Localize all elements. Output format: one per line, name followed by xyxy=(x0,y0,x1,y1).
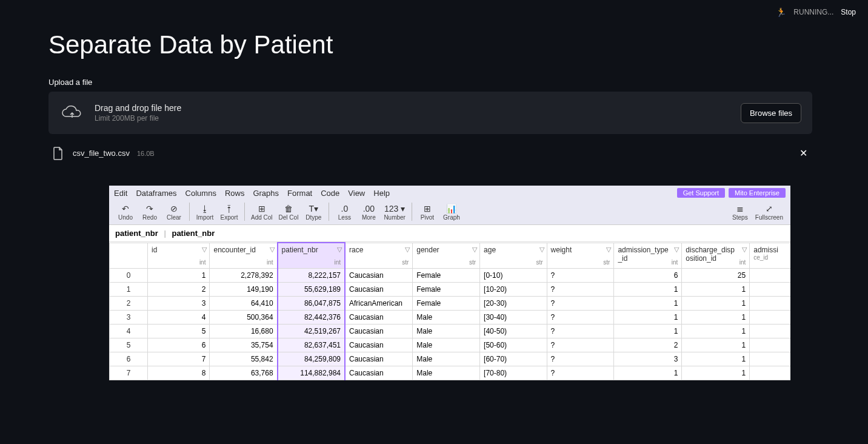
cell[interactable]: 1 xyxy=(682,310,750,324)
cell[interactable]: 1 xyxy=(682,352,750,366)
column-header-weight[interactable]: weight▽str xyxy=(547,243,614,268)
column-header-gender[interactable]: gender▽str xyxy=(413,243,480,268)
cell[interactable]: 5 xyxy=(148,324,210,338)
row-index[interactable]: 3 xyxy=(110,310,148,324)
stop-button[interactable]: Stop xyxy=(841,8,856,16)
toolbar-steps[interactable]: ≣Steps xyxy=(729,203,752,221)
cell[interactable]: Caucasian xyxy=(345,310,413,324)
cell[interactable] xyxy=(750,324,790,338)
cell[interactable]: ? xyxy=(547,324,614,338)
row-index[interactable]: 0 xyxy=(110,268,148,282)
menu-edit[interactable]: Edit xyxy=(114,189,127,198)
row-index[interactable]: 1 xyxy=(110,282,148,296)
cell[interactable]: ? xyxy=(547,268,614,282)
pill-get-support[interactable]: Get Support xyxy=(677,188,725,198)
cell[interactable]: Female xyxy=(413,268,480,282)
cell[interactable]: [10-20) xyxy=(480,282,547,296)
cell[interactable]: ? xyxy=(547,366,614,380)
menu-help[interactable]: Help xyxy=(373,189,390,198)
column-header-encounter_id[interactable]: encounter_id▽int xyxy=(210,243,278,268)
cell[interactable]: Caucasian xyxy=(345,268,413,282)
cell[interactable]: 42,519,267 xyxy=(278,324,345,338)
cell[interactable]: ? xyxy=(547,296,614,310)
cell[interactable]: 7 xyxy=(148,352,210,366)
remove-file-button[interactable]: ✕ xyxy=(797,145,810,161)
cell[interactable]: Male xyxy=(413,324,480,338)
cell[interactable]: 64,410 xyxy=(210,296,278,310)
toolbar-number[interactable]: 123 ▾Number xyxy=(381,203,408,221)
cell[interactable] xyxy=(750,282,790,296)
row-index[interactable]: 4 xyxy=(110,324,148,338)
cell[interactable] xyxy=(750,338,790,352)
cell[interactable]: 1 xyxy=(614,366,682,380)
cell[interactable]: 6 xyxy=(148,338,210,352)
toolbar-fullscreen[interactable]: ⤢Fullscreen xyxy=(753,203,786,221)
cell[interactable]: 3 xyxy=(614,352,682,366)
cell[interactable] xyxy=(750,366,790,380)
toolbar-undo[interactable]: ↶Undo xyxy=(114,203,137,221)
cell[interactable]: 82,637,451 xyxy=(278,338,345,352)
cell[interactable]: 16,680 xyxy=(210,324,278,338)
cell[interactable]: Male xyxy=(413,310,480,324)
cell[interactable]: 149,190 xyxy=(210,282,278,296)
cell[interactable]: 1 xyxy=(682,324,750,338)
toolbar-pivot[interactable]: ⊞Pivot xyxy=(416,203,439,221)
menu-format[interactable]: Format xyxy=(287,189,312,198)
cell[interactable]: 8,222,157 xyxy=(278,268,345,282)
cell[interactable]: [20-30) xyxy=(480,296,547,310)
cell[interactable]: [70-80) xyxy=(480,366,547,380)
browse-files-button[interactable]: Browse files xyxy=(741,103,801,123)
filter-icon[interactable]: ▽ xyxy=(202,246,207,254)
column-header-admission_type_id[interactable]: admission_type_id▽int xyxy=(614,243,682,268)
toolbar-redo[interactable]: ↷Redo xyxy=(138,203,161,221)
cell[interactable]: ? xyxy=(547,282,614,296)
cell[interactable]: 25 xyxy=(682,268,750,282)
cell[interactable]: Male xyxy=(413,352,480,366)
cell[interactable]: 500,364 xyxy=(210,310,278,324)
menu-view[interactable]: View xyxy=(348,189,365,198)
row-index[interactable]: 5 xyxy=(110,338,148,352)
cell[interactable]: ? xyxy=(547,338,614,352)
cell[interactable]: 2,278,392 xyxy=(210,268,278,282)
filter-icon[interactable]: ▽ xyxy=(337,246,342,254)
cell[interactable]: ? xyxy=(547,310,614,324)
cell[interactable] xyxy=(750,352,790,366)
menu-columns[interactable]: Columns xyxy=(185,189,216,198)
toolbar-more[interactable]: .00More xyxy=(357,203,380,221)
column-header-patient_nbr[interactable]: patient_nbr▽int xyxy=(278,243,345,268)
file-dropzone[interactable]: Drag and drop file here Limit 200MB per … xyxy=(48,92,812,134)
row-index[interactable]: 2 xyxy=(110,296,148,310)
cell[interactable]: Female xyxy=(413,296,480,310)
filter-icon[interactable]: ▽ xyxy=(405,246,410,254)
column-header-age[interactable]: age▽str xyxy=(480,243,547,268)
cell[interactable]: Caucasian xyxy=(345,366,413,380)
cell[interactable]: 55,629,189 xyxy=(278,282,345,296)
column-header-race[interactable]: race▽str xyxy=(345,243,413,268)
menu-graphs[interactable]: Graphs xyxy=(253,189,279,198)
cell[interactable]: 114,882,984 xyxy=(278,366,345,380)
cell[interactable]: [50-60) xyxy=(480,338,547,352)
data-grid[interactable]: id▽intencounter_id▽intpatient_nbr▽intrac… xyxy=(109,242,790,380)
cell[interactable]: Caucasian xyxy=(345,352,413,366)
filter-icon[interactable]: ▽ xyxy=(742,246,747,254)
cell[interactable]: 1 xyxy=(682,282,750,296)
column-header-discharge_disposition_id[interactable]: discharge_disposition_id▽int xyxy=(682,243,750,268)
cell[interactable]: 1 xyxy=(614,310,682,324)
cell[interactable]: 35,754 xyxy=(210,338,278,352)
cell[interactable]: 55,842 xyxy=(210,352,278,366)
cell[interactable]: 1 xyxy=(614,282,682,296)
menu-code[interactable]: Code xyxy=(321,189,339,198)
filter-icon[interactable]: ▽ xyxy=(606,246,611,254)
cell[interactable]: 63,768 xyxy=(210,366,278,380)
cell[interactable]: 2 xyxy=(148,282,210,296)
cell[interactable]: 84,259,809 xyxy=(278,352,345,366)
row-index[interactable]: 6 xyxy=(110,352,148,366)
cell[interactable]: AfricanAmerican xyxy=(345,296,413,310)
cell[interactable] xyxy=(750,296,790,310)
cell[interactable]: 1 xyxy=(148,268,210,282)
toolbar-less[interactable]: .0Less xyxy=(333,203,356,221)
cell[interactable]: Female xyxy=(413,282,480,296)
cell[interactable]: 3 xyxy=(148,296,210,310)
cell[interactable]: 6 xyxy=(614,268,682,282)
cell[interactable]: 82,442,376 xyxy=(278,310,345,324)
